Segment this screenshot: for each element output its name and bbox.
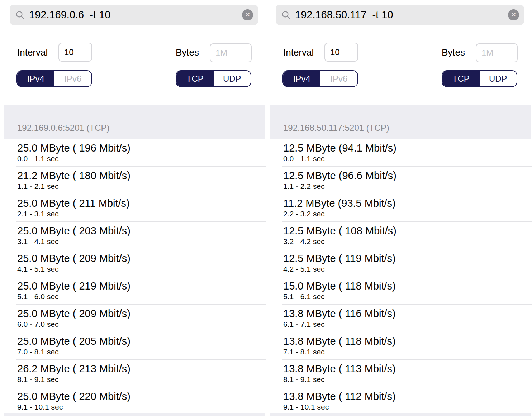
ip-version-toggle: IPv4 IPv6: [16, 70, 92, 87]
time-range-label: 6.1 - 7.1 sec: [283, 320, 532, 329]
transfer-rate-value: 13.8 MByte ( 112 Mbit/s): [283, 390, 532, 402]
ipv6-segment[interactable]: IPv6: [54, 71, 92, 86]
transfer-rate-value: 25.0 MByte ( 219 Mbit/s): [17, 280, 266, 292]
search-bar: ✕: [276, 5, 524, 25]
time-range-label: 3.2 - 4.2 sec: [283, 237, 532, 246]
time-range-label: 9.1 - 10.1 sec: [17, 402, 266, 412]
ipv6-segment[interactable]: IPv6: [320, 71, 358, 86]
time-range-label: 1.1 - 2.2 sec: [283, 182, 532, 191]
transfer-rate-value: 15.0 MByte ( 118 Mbit/s): [283, 280, 532, 292]
ip-version-toggle: IPv4 IPv6: [282, 70, 358, 87]
time-range-label: 0.0 - 1.1 sec: [283, 154, 532, 163]
list-item: 25.0 MByte ( 219 Mbit/s)5.1 - 6.0 sec: [0, 277, 266, 305]
transfer-rate-value: 12.5 MByte (94.1 Mbit/s): [283, 142, 532, 154]
bytes-label: Bytes: [176, 47, 199, 58]
host-command-input[interactable]: [295, 5, 508, 25]
interval-field[interactable]: [324, 43, 358, 62]
transfer-rate-value: 25.0 MByte ( 209 Mbit/s): [17, 252, 266, 264]
time-range-label: 5.1 - 6.0 sec: [17, 292, 266, 301]
results-section-header: 192.168.50.117:5201 (TCP): [270, 105, 531, 139]
time-range-label: 7.0 - 8.1 sec: [17, 347, 266, 357]
time-range-label: 2.2 - 3.2 sec: [283, 209, 532, 219]
results-section-header: 192.169.0.6:5201 (TCP): [4, 105, 265, 139]
tcp-segment[interactable]: TCP: [176, 71, 214, 86]
list-item: 11.2 MByte (93.5 Mbit/s)2.2 - 3.2 sec: [266, 194, 532, 222]
time-range-label: 5.1 - 6.1 sec: [283, 292, 532, 301]
list-item: 25.0 MByte ( 211 Mbit/s)2.1 - 3.1 sec: [0, 194, 266, 222]
list-item: 13.8 MByte ( 118 Mbit/s)7.1 - 8.1 sec: [266, 332, 532, 360]
next-section-strip: [4, 413, 265, 416]
time-range-label: 1.1 - 2.1 sec: [17, 182, 266, 191]
time-range-label: 3.1 - 4.1 sec: [17, 237, 266, 246]
results-list[interactable]: 25.0 MByte ( 196 Mbit/s)0.0 - 1.1 sec21.…: [0, 139, 266, 415]
search-icon: [281, 10, 291, 20]
transfer-rate-value: 21.2 MByte ( 180 Mbit/s): [17, 169, 266, 182]
list-item: 21.2 MByte ( 180 Mbit/s)1.1 - 2.1 sec: [0, 167, 266, 194]
clear-icon[interactable]: ✕: [242, 9, 253, 20]
list-item: 15.0 MByte ( 118 Mbit/s)5.1 - 6.1 sec: [266, 277, 532, 305]
transfer-rate-value: 12.5 MByte ( 108 Mbit/s): [283, 225, 532, 237]
transfer-rate-value: 13.8 MByte ( 116 Mbit/s): [283, 307, 532, 320]
server-address-label: 192.169.0.6:5201 (TCP): [17, 123, 110, 133]
transfer-rate-value: 11.2 MByte (93.5 Mbit/s): [283, 197, 532, 209]
transfer-rate-value: 25.0 MByte ( 196 Mbit/s): [17, 142, 266, 154]
list-item: 12.5 MByte (94.1 Mbit/s)0.0 - 1.1 sec: [266, 139, 532, 167]
list-item: 12.5 MByte (96.6 Mbit/s)1.1 - 2.2 sec: [266, 167, 532, 194]
list-item: 13.8 MByte ( 113 Mbit/s)8.1 - 9.1 sec: [266, 360, 532, 387]
time-range-label: 9.1 - 10.1 sec: [283, 402, 532, 412]
list-item: 25.0 MByte ( 205 Mbit/s)7.0 - 8.1 sec: [0, 332, 266, 360]
list-item: 26.2 MByte ( 213 Mbit/s)8.1 - 9.1 sec: [0, 360, 266, 387]
search-bar: ✕: [10, 5, 258, 25]
transfer-rate-value: 12.5 MByte (96.6 Mbit/s): [283, 169, 532, 182]
list-item: 25.0 MByte ( 209 Mbit/s)4.1 - 5.1 sec: [0, 249, 266, 277]
transfer-rate-value: 13.8 MByte ( 113 Mbit/s): [283, 363, 532, 375]
time-range-label: 8.1 - 9.1 sec: [17, 375, 266, 384]
transfer-rate-value: 25.0 MByte ( 209 Mbit/s): [17, 307, 266, 320]
next-section-strip: [270, 413, 531, 416]
time-range-label: 6.0 - 7.0 sec: [17, 320, 266, 329]
time-range-label: 4.2 - 5.1 sec: [283, 264, 532, 274]
interval-label: Interval: [283, 47, 314, 58]
udp-segment[interactable]: UDP: [214, 71, 251, 86]
time-range-label: 2.1 - 3.1 sec: [17, 209, 266, 219]
ipv4-segment[interactable]: IPv4: [17, 71, 54, 86]
transfer-rate-value: 26.2 MByte ( 213 Mbit/s): [17, 363, 266, 375]
tcp-segment[interactable]: TCP: [442, 71, 480, 86]
clear-icon[interactable]: ✕: [508, 9, 519, 20]
protocol-toggle: TCP UDP: [176, 70, 251, 87]
time-range-label: 8.1 - 9.1 sec: [283, 375, 532, 384]
list-item: 25.0 MByte ( 203 Mbit/s)3.1 - 4.1 sec: [0, 222, 266, 249]
time-range-label: 0.0 - 1.1 sec: [17, 154, 266, 163]
protocol-toggle: TCP UDP: [442, 70, 517, 87]
server-address-label: 192.168.50.117:5201 (TCP): [283, 123, 389, 133]
list-item: 25.0 MByte ( 220 Mbit/s)9.1 - 10.1 sec: [0, 387, 266, 415]
time-range-label: 4.1 - 5.1 sec: [17, 264, 266, 274]
list-item: 12.5 MByte ( 108 Mbit/s)3.2 - 4.2 sec: [266, 222, 532, 249]
list-item: 12.5 MByte ( 119 Mbit/s)4.2 - 5.1 sec: [266, 249, 532, 277]
results-list[interactable]: 12.5 MByte (94.1 Mbit/s)0.0 - 1.1 sec12.…: [266, 139, 532, 415]
bytes-field[interactable]: [210, 43, 252, 62]
ipv4-segment[interactable]: IPv4: [283, 71, 320, 86]
host-command-input[interactable]: [29, 5, 242, 25]
bytes-label: Bytes: [442, 47, 465, 58]
transfer-rate-value: 25.0 MByte ( 205 Mbit/s): [17, 335, 266, 347]
iperf-panel-left: ✕ Interval Bytes IPv4 IPv6 TCP UDP 192.1…: [0, 0, 266, 416]
time-range-label: 7.1 - 8.1 sec: [283, 347, 532, 357]
interval-label: Interval: [17, 47, 48, 58]
transfer-rate-value: 25.0 MByte ( 203 Mbit/s): [17, 225, 266, 237]
iperf-panel-right: ✕ Interval Bytes IPv4 IPv6 TCP UDP 192.1…: [266, 0, 532, 416]
list-item: 25.0 MByte ( 196 Mbit/s)0.0 - 1.1 sec: [0, 139, 266, 167]
list-item: 25.0 MByte ( 209 Mbit/s)6.0 - 7.0 sec: [0, 305, 266, 332]
interval-field[interactable]: [58, 43, 92, 62]
search-icon: [15, 10, 25, 20]
transfer-rate-value: 13.8 MByte ( 118 Mbit/s): [283, 335, 532, 347]
transfer-rate-value: 12.5 MByte ( 119 Mbit/s): [283, 252, 532, 264]
list-item: 13.8 MByte ( 112 Mbit/s)9.1 - 10.1 sec: [266, 387, 532, 415]
bytes-field[interactable]: [476, 43, 518, 62]
list-item: 13.8 MByte ( 116 Mbit/s)6.1 - 7.1 sec: [266, 305, 532, 332]
udp-segment[interactable]: UDP: [480, 71, 517, 86]
transfer-rate-value: 25.0 MByte ( 211 Mbit/s): [17, 197, 266, 209]
transfer-rate-value: 25.0 MByte ( 220 Mbit/s): [17, 390, 266, 402]
